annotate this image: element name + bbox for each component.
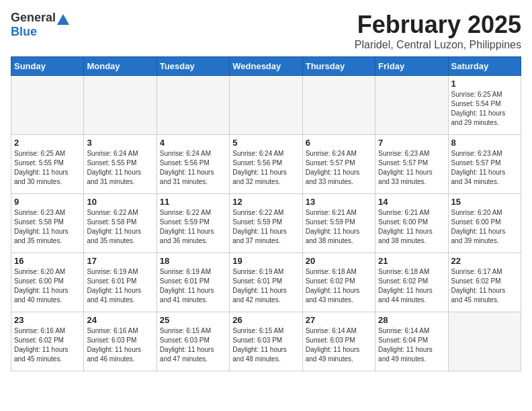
- day-number: 23: [14, 315, 81, 325]
- weekday-header-row: SundayMondayTuesdayWednesdayThursdayFrid…: [11, 57, 521, 76]
- weekday-header-saturday: Saturday: [448, 57, 521, 76]
- cell-details: Sunrise: 6:20 AMSunset: 6:00 PMDaylight:…: [451, 208, 518, 246]
- day-number: 19: [232, 256, 299, 266]
- day-number: 20: [306, 256, 372, 266]
- day-number: 1: [451, 79, 518, 89]
- calendar-cell: [11, 76, 84, 135]
- cell-details: Sunrise: 6:19 AMSunset: 6:01 PMDaylight:…: [232, 267, 299, 305]
- week-row-4: 16Sunrise: 6:20 AMSunset: 6:00 PMDayligh…: [11, 253, 521, 312]
- day-number: 22: [451, 256, 518, 266]
- day-number: 3: [87, 138, 153, 148]
- day-number: 11: [160, 197, 226, 207]
- calendar-cell: 10Sunrise: 6:22 AMSunset: 5:58 PMDayligh…: [84, 194, 157, 253]
- weekday-header-monday: Monday: [84, 57, 157, 76]
- page-header: General Blue February 2025 Plaridel, Cen…: [11, 11, 521, 51]
- calendar-cell: 26Sunrise: 6:15 AMSunset: 6:03 PMDayligh…: [230, 312, 302, 371]
- weekday-header-sunday: Sunday: [11, 57, 84, 76]
- cell-details: Sunrise: 6:16 AMSunset: 6:02 PMDaylight:…: [14, 326, 81, 364]
- week-row-3: 9Sunrise: 6:23 AMSunset: 5:58 PMDaylight…: [11, 194, 521, 253]
- weekday-header-wednesday: Wednesday: [230, 57, 302, 76]
- calendar-cell: 4Sunrise: 6:24 AMSunset: 5:56 PMDaylight…: [157, 135, 229, 194]
- week-row-2: 2Sunrise: 6:25 AMSunset: 5:55 PMDaylight…: [11, 135, 521, 194]
- day-number: 28: [378, 315, 445, 325]
- day-number: 12: [232, 197, 299, 207]
- cell-details: Sunrise: 6:23 AMSunset: 5:57 PMDaylight:…: [378, 149, 445, 187]
- day-number: 17: [87, 256, 153, 266]
- calendar-cell: 16Sunrise: 6:20 AMSunset: 6:00 PMDayligh…: [11, 253, 84, 312]
- week-row-5: 23Sunrise: 6:16 AMSunset: 6:02 PMDayligh…: [11, 312, 521, 371]
- calendar-cell: 27Sunrise: 6:14 AMSunset: 6:03 PMDayligh…: [302, 312, 375, 371]
- calendar-cell: 17Sunrise: 6:19 AMSunset: 6:01 PMDayligh…: [84, 253, 157, 312]
- calendar-cell: 15Sunrise: 6:20 AMSunset: 6:00 PMDayligh…: [448, 194, 521, 253]
- day-number: 14: [378, 197, 445, 207]
- cell-details: Sunrise: 6:25 AMSunset: 5:54 PMDaylight:…: [451, 90, 518, 128]
- cell-details: Sunrise: 6:24 AMSunset: 5:56 PMDaylight:…: [160, 149, 226, 187]
- day-number: 15: [451, 197, 518, 207]
- day-number: 6: [306, 138, 372, 148]
- calendar-table: SundayMondayTuesdayWednesdayThursdayFrid…: [11, 56, 521, 371]
- day-number: 13: [306, 197, 372, 207]
- calendar-cell: 1Sunrise: 6:25 AMSunset: 5:54 PMDaylight…: [448, 76, 521, 135]
- cell-details: Sunrise: 6:22 AMSunset: 5:59 PMDaylight:…: [160, 208, 226, 246]
- day-number: 5: [232, 138, 299, 148]
- calendar-cell: 9Sunrise: 6:23 AMSunset: 5:58 PMDaylight…: [11, 194, 84, 253]
- cell-details: Sunrise: 6:24 AMSunset: 5:57 PMDaylight:…: [306, 149, 372, 187]
- calendar-cell: 5Sunrise: 6:24 AMSunset: 5:56 PMDaylight…: [230, 135, 302, 194]
- cell-details: Sunrise: 6:21 AMSunset: 5:59 PMDaylight:…: [306, 208, 372, 246]
- weekday-header-friday: Friday: [375, 57, 448, 76]
- calendar-cell: [230, 76, 302, 135]
- cell-details: Sunrise: 6:23 AMSunset: 5:57 PMDaylight:…: [451, 149, 518, 187]
- cell-details: Sunrise: 6:25 AMSunset: 5:55 PMDaylight:…: [14, 149, 81, 187]
- location-title: Plaridel, Central Luzon, Philippines: [355, 39, 521, 51]
- calendar-cell: 28Sunrise: 6:14 AMSunset: 6:04 PMDayligh…: [375, 312, 448, 371]
- calendar-cell: 23Sunrise: 6:16 AMSunset: 6:02 PMDayligh…: [11, 312, 84, 371]
- day-number: 16: [14, 256, 81, 266]
- cell-details: Sunrise: 6:22 AMSunset: 5:59 PMDaylight:…: [232, 208, 299, 246]
- weekday-header-tuesday: Tuesday: [157, 57, 229, 76]
- day-number: 7: [378, 138, 445, 148]
- day-number: 8: [451, 138, 518, 148]
- calendar-cell: 20Sunrise: 6:18 AMSunset: 6:02 PMDayligh…: [302, 253, 375, 312]
- week-row-1: 1Sunrise: 6:25 AMSunset: 5:54 PMDaylight…: [11, 76, 521, 135]
- day-number: 24: [87, 315, 153, 325]
- logo: General Blue: [11, 11, 69, 39]
- calendar-cell: 8Sunrise: 6:23 AMSunset: 5:57 PMDaylight…: [448, 135, 521, 194]
- calendar-cell: 12Sunrise: 6:22 AMSunset: 5:59 PMDayligh…: [230, 194, 302, 253]
- logo-general-text: General: [11, 11, 56, 25]
- logo-blue-text: Blue: [11, 25, 37, 38]
- cell-details: Sunrise: 6:15 AMSunset: 6:03 PMDaylight:…: [160, 326, 226, 364]
- calendar-cell: 2Sunrise: 6:25 AMSunset: 5:55 PMDaylight…: [11, 135, 84, 194]
- day-number: 26: [232, 315, 299, 325]
- cell-details: Sunrise: 6:19 AMSunset: 6:01 PMDaylight:…: [160, 267, 226, 305]
- day-number: 27: [306, 315, 372, 325]
- cell-details: Sunrise: 6:14 AMSunset: 6:03 PMDaylight:…: [306, 326, 372, 364]
- svg-marker-0: [57, 14, 69, 25]
- cell-details: Sunrise: 6:24 AMSunset: 5:55 PMDaylight:…: [87, 149, 153, 187]
- day-number: 21: [378, 256, 445, 266]
- calendar-cell: 24Sunrise: 6:16 AMSunset: 6:03 PMDayligh…: [84, 312, 157, 371]
- calendar-cell: [302, 76, 375, 135]
- cell-details: Sunrise: 6:19 AMSunset: 6:01 PMDaylight:…: [87, 267, 153, 305]
- cell-details: Sunrise: 6:15 AMSunset: 6:03 PMDaylight:…: [232, 326, 299, 364]
- cell-details: Sunrise: 6:21 AMSunset: 6:00 PMDaylight:…: [378, 208, 445, 246]
- calendar-cell: 19Sunrise: 6:19 AMSunset: 6:01 PMDayligh…: [230, 253, 302, 312]
- cell-details: Sunrise: 6:23 AMSunset: 5:58 PMDaylight:…: [14, 208, 81, 246]
- day-number: 10: [87, 197, 153, 207]
- calendar-cell: 14Sunrise: 6:21 AMSunset: 6:00 PMDayligh…: [375, 194, 448, 253]
- calendar-cell: [157, 76, 229, 135]
- calendar-cell: 7Sunrise: 6:23 AMSunset: 5:57 PMDaylight…: [375, 135, 448, 194]
- calendar-cell: 25Sunrise: 6:15 AMSunset: 6:03 PMDayligh…: [157, 312, 229, 371]
- day-number: 25: [160, 315, 226, 325]
- calendar-cell: 22Sunrise: 6:17 AMSunset: 6:02 PMDayligh…: [448, 253, 521, 312]
- day-number: 4: [160, 138, 226, 148]
- cell-details: Sunrise: 6:18 AMSunset: 6:02 PMDaylight:…: [306, 267, 372, 305]
- calendar-cell: 3Sunrise: 6:24 AMSunset: 5:55 PMDaylight…: [84, 135, 157, 194]
- cell-details: Sunrise: 6:20 AMSunset: 6:00 PMDaylight:…: [14, 267, 81, 305]
- cell-details: Sunrise: 6:18 AMSunset: 6:02 PMDaylight:…: [378, 267, 445, 305]
- day-number: 18: [160, 256, 226, 266]
- cell-details: Sunrise: 6:24 AMSunset: 5:56 PMDaylight:…: [232, 149, 299, 187]
- calendar-cell: 18Sunrise: 6:19 AMSunset: 6:01 PMDayligh…: [157, 253, 229, 312]
- calendar-cell: 11Sunrise: 6:22 AMSunset: 5:59 PMDayligh…: [157, 194, 229, 253]
- day-number: 9: [14, 197, 81, 207]
- calendar-cell: [448, 312, 521, 371]
